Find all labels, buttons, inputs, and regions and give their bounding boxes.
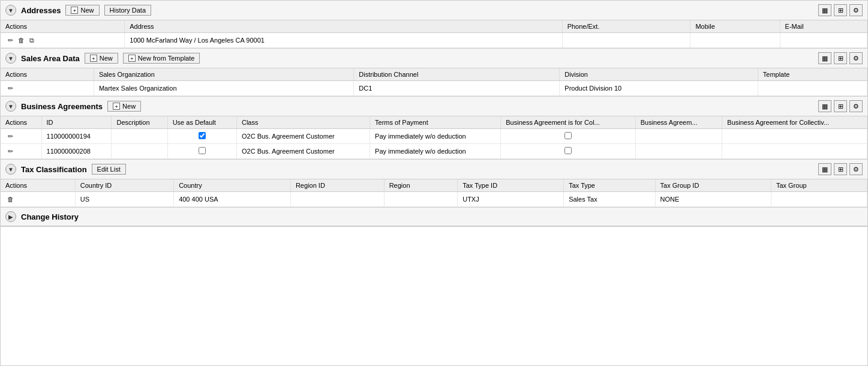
table-row: ✏ Martex Sales Organization DC1 Product …: [1, 81, 867, 96]
main-container: ▼ Addresses + New History Data ▦ ⊞ ⚙ Act…: [0, 0, 868, 366]
personalize-icon-btn-4[interactable]: ⚙: [849, 163, 863, 175]
new-doc-icon: +: [71, 7, 78, 14]
col-ba-agreem: Business Agreem...: [635, 116, 722, 129]
col-dist-channel: Distribution Channel: [354, 68, 560, 81]
col-tax-group: Tax Group: [771, 179, 867, 192]
col-tax-type-id: Tax Type ID: [458, 179, 564, 192]
delete-icon-2[interactable]: 🗑: [5, 194, 15, 204]
country-cell: 400 400 USA: [174, 192, 291, 207]
chart-icon-btn-4[interactable]: ▦: [818, 163, 831, 175]
table-row: ✏ 110000000208 O2C Bus. Agreement Custom…: [1, 144, 867, 159]
sales-area-header: ▼ Sales Area Data + New + New from Templ…: [1, 49, 867, 68]
change-history-collapse-btn[interactable]: ▶: [5, 211, 16, 222]
export-icon-btn[interactable]: ⊞: [834, 4, 847, 16]
tax-edit-list-button[interactable]: Edit List: [92, 164, 126, 175]
export-icon-btn-3[interactable]: ⊞: [834, 100, 847, 112]
region-cell: [384, 192, 458, 207]
col1-cell: [501, 129, 635, 144]
tax-group-cell: [771, 192, 867, 207]
col-actions: Actions: [1, 68, 94, 81]
new-doc-icon-2: +: [90, 55, 97, 62]
terms-cell: Pay immediately w/o deduction: [370, 129, 501, 144]
col-description: Description: [112, 116, 167, 129]
col-ba-collective: Business Agreement for Collectiv...: [722, 116, 867, 129]
col-country: Country: [174, 179, 291, 192]
col-ba-col: Business Agreement is for Col...: [501, 116, 635, 129]
business-agreements-new-button[interactable]: + New: [107, 101, 141, 112]
addresses-right-actions: ▦ ⊞ ⚙: [818, 4, 863, 16]
default-cell-2: [167, 144, 236, 159]
tax-classification-header: ▼ Tax Classification Edit List ▦ ⊞ ⚙: [1, 160, 867, 179]
chart-icon-btn[interactable]: ▦: [818, 4, 831, 16]
sales-area-right-actions: ▦ ⊞ ⚙: [818, 52, 863, 64]
col-phone: Phone/Ext.: [562, 20, 690, 33]
row-actions: ✏: [1, 129, 41, 144]
sales-area-collapse-btn[interactable]: ▼: [5, 53, 16, 64]
col-terms-of-payment: Terms of Payment: [370, 116, 501, 129]
col-sales-org: Sales Organization: [94, 68, 353, 81]
edit-icon-4[interactable]: ✏: [5, 146, 15, 156]
export-icon-btn-4[interactable]: ⊞: [834, 163, 847, 175]
edit-icon-2[interactable]: ✏: [5, 83, 15, 93]
chart-icon-btn-2[interactable]: ▦: [818, 52, 831, 64]
tax-type-cell: Sales Tax: [564, 192, 655, 207]
business-agreements-collapse-btn[interactable]: ▼: [5, 101, 16, 112]
tax-classification-table: Actions Country ID Country Region ID Reg…: [1, 179, 867, 207]
col-actions: Actions: [1, 20, 125, 33]
col-tax-group-id: Tax Group ID: [655, 179, 771, 192]
tax-type-id-cell: UTXJ: [458, 192, 564, 207]
addresses-new-button[interactable]: + New: [65, 5, 99, 16]
row-actions: ✏: [1, 144, 41, 159]
sales-area-new-from-template-button[interactable]: + New from Template: [123, 53, 200, 64]
sales-area-new-button[interactable]: + New: [85, 53, 118, 64]
addresses-header: ▼ Addresses + New History Data ▦ ⊞ ⚙: [1, 1, 867, 20]
template-cell: [758, 81, 867, 96]
sales-area-section: ▼ Sales Area Data + New + New from Templ…: [1, 49, 867, 97]
detail-icon[interactable]: ⧉: [27, 35, 37, 45]
col1-checkbox-2[interactable]: [564, 147, 572, 154]
mobile-cell: [690, 33, 780, 48]
phone-cell: [562, 33, 690, 48]
col-id: ID: [41, 116, 112, 129]
personalize-icon-btn-3[interactable]: ⚙: [849, 100, 863, 112]
address-cell: 1000 McFarland Way / Los Angeles CA 9000…: [125, 33, 562, 48]
export-icon-btn-2[interactable]: ⊞: [834, 52, 847, 64]
col1-cell-2: [501, 144, 635, 159]
personalize-icon-btn[interactable]: ⚙: [849, 4, 863, 16]
col-region: Region: [384, 179, 458, 192]
division-cell: Product Division 10: [560, 81, 758, 96]
col-tax-type: Tax Type: [564, 179, 655, 192]
tax-classification-collapse-btn[interactable]: ▼: [5, 164, 16, 175]
edit-icon-3[interactable]: ✏: [5, 131, 15, 141]
chart-icon-btn-3[interactable]: ▦: [818, 100, 831, 112]
class-cell: O2C Bus. Agreement Customer: [236, 129, 370, 144]
row-actions: 🗑: [1, 192, 75, 207]
tax-right-actions: ▦ ⊞ ⚙: [818, 163, 863, 175]
col-actions: Actions: [1, 116, 41, 129]
email-cell: [780, 33, 867, 48]
delete-icon[interactable]: 🗑: [16, 35, 26, 45]
col-use-as-default: Use as Default: [167, 116, 236, 129]
desc-cell-2: [112, 144, 167, 159]
personalize-icon-btn-2[interactable]: ⚙: [849, 52, 863, 64]
addresses-collapse-btn[interactable]: ▼: [5, 5, 16, 16]
addresses-title: Addresses: [21, 6, 61, 15]
col3-cell-2: [722, 144, 867, 159]
default-cell: [167, 129, 236, 144]
default-checkbox-2[interactable]: [199, 147, 206, 154]
table-row: ✏ 110000000194 O2C Bus. Agreement Custom…: [1, 129, 867, 144]
col1-checkbox-1[interactable]: [564, 132, 572, 139]
col-actions: Actions: [1, 179, 75, 192]
col-email: E-Mail: [780, 20, 867, 33]
col-division: Division: [560, 68, 758, 81]
id-cell: 110000000194: [41, 129, 112, 144]
template-doc-icon: +: [128, 55, 136, 62]
default-checkbox-1[interactable]: [199, 132, 206, 139]
addresses-history-data-button[interactable]: History Data: [104, 5, 152, 16]
col2-cell: [635, 129, 722, 144]
row-actions: ✏ 🗑 ⧉: [1, 33, 125, 48]
sales-org-cell: Martex Sales Organization: [94, 81, 353, 96]
col-address: Address: [125, 20, 562, 33]
edit-icon[interactable]: ✏: [5, 35, 15, 45]
table-row: 🗑 US 400 400 USA UTXJ Sales Tax NONE: [1, 192, 867, 207]
